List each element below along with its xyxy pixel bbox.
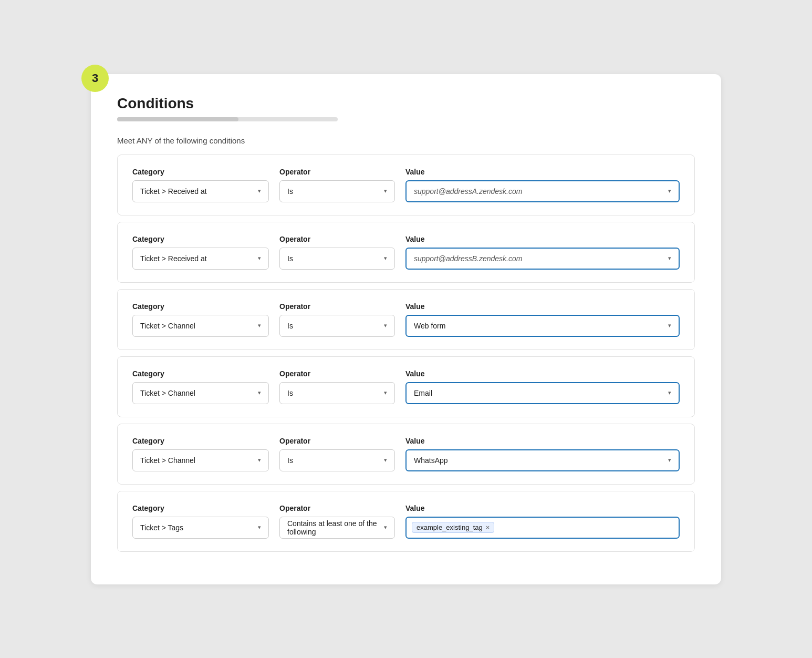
operator-select-3[interactable]: Is ▾: [279, 315, 395, 337]
field-group-value-4: Value Email ▾: [405, 369, 680, 404]
field-group-operator-1: Operator Is ▾: [279, 168, 395, 202]
tag-input-6[interactable]: example_existing_tag ×: [405, 517, 680, 539]
field-group-operator-4: Operator Is ▾: [279, 369, 395, 404]
value-label-4: Value: [405, 369, 680, 378]
tag-remove-icon[interactable]: ×: [486, 524, 490, 531]
conditions-panel: 3 Conditions Meet ANY of the following c…: [91, 74, 721, 584]
chevron-down-icon: ▾: [258, 457, 261, 464]
field-group-category-3: Category Ticket > Channel ▾: [132, 302, 269, 337]
operator-select-5[interactable]: Is ▾: [279, 449, 395, 471]
category-label-1: Category: [132, 168, 269, 176]
value-select-1[interactable]: support@addressA.zendesk.com ▾: [405, 180, 680, 202]
condition-row-3: Category Ticket > Channel ▾ Operator Is …: [117, 289, 695, 350]
field-group-category-5: Category Ticket > Channel ▾: [132, 437, 269, 471]
chevron-down-icon: ▾: [384, 188, 387, 194]
chevron-down-icon: ▾: [668, 255, 671, 262]
field-group-operator-3: Operator Is ▾: [279, 302, 395, 337]
chevron-down-icon: ▾: [668, 322, 671, 329]
step-badge: 3: [81, 65, 109, 92]
chevron-down-icon: ▾: [384, 457, 387, 464]
chevron-down-icon: ▾: [258, 524, 261, 531]
operator-label-6: Operator: [279, 504, 395, 512]
category-select-3[interactable]: Ticket > Channel ▾: [132, 315, 269, 337]
chevron-down-icon: ▾: [258, 255, 261, 262]
operator-select-4[interactable]: Is ▾: [279, 382, 395, 404]
chevron-down-icon: ▾: [258, 322, 261, 329]
progress-bar: [117, 117, 338, 121]
condition-row-2: Category Ticket > Received at ▾ Operator…: [117, 222, 695, 283]
field-group-value-2: Value support@addressB.zendesk.com ▾: [405, 235, 680, 270]
condition-row-1: Category Ticket > Received at ▾ Operator…: [117, 155, 695, 215]
field-group-category-2: Category Ticket > Received at ▾: [132, 235, 269, 270]
category-select-4[interactable]: Ticket > Channel ▾: [132, 382, 269, 404]
field-group-category-6: Category Ticket > Tags ▾: [132, 504, 269, 539]
page-title: Conditions: [117, 95, 695, 112]
field-group-value-3: Value Web form ▾: [405, 302, 680, 337]
value-select-4[interactable]: Email ▾: [405, 382, 680, 404]
field-group-value-1: Value support@addressA.zendesk.com ▾: [405, 168, 680, 202]
condition-row-4: Category Ticket > Channel ▾ Operator Is …: [117, 356, 695, 417]
category-label-3: Category: [132, 302, 269, 311]
category-select-6[interactable]: Ticket > Tags ▾: [132, 517, 269, 539]
tag-item: example_existing_tag ×: [412, 522, 494, 533]
chevron-down-icon: ▾: [384, 322, 387, 329]
chevron-down-icon: ▾: [258, 188, 261, 194]
category-label-6: Category: [132, 504, 269, 512]
value-select-5[interactable]: WhatsApp ▾: [405, 449, 680, 471]
operator-label-4: Operator: [279, 369, 395, 378]
field-group-value-5: Value WhatsApp ▾: [405, 437, 680, 471]
operator-label-2: Operator: [279, 235, 395, 243]
chevron-down-icon: ▾: [668, 188, 671, 194]
operator-label-1: Operator: [279, 168, 395, 176]
category-select-5[interactable]: Ticket > Channel ▾: [132, 449, 269, 471]
chevron-down-icon: ▾: [668, 389, 671, 396]
value-label-6: Value: [405, 504, 680, 512]
field-group-category-4: Category Ticket > Channel ▾: [132, 369, 269, 404]
category-label-5: Category: [132, 437, 269, 445]
value-label-5: Value: [405, 437, 680, 445]
field-group-operator-5: Operator Is ▾: [279, 437, 395, 471]
field-group-category-1: Category Ticket > Received at ▾: [132, 168, 269, 202]
category-select-2[interactable]: Ticket > Received at ▾: [132, 248, 269, 270]
category-label-2: Category: [132, 235, 269, 243]
value-label-1: Value: [405, 168, 680, 176]
field-group-operator-2: Operator Is ▾: [279, 235, 395, 270]
category-label-4: Category: [132, 369, 269, 378]
value-select-3[interactable]: Web form ▾: [405, 315, 680, 337]
operator-select-6[interactable]: Contains at least one of the following ▾: [279, 517, 395, 539]
operator-label-5: Operator: [279, 437, 395, 445]
value-select-2[interactable]: support@addressB.zendesk.com ▾: [405, 248, 680, 270]
value-label-2: Value: [405, 235, 680, 243]
field-group-operator-6: Operator Contains at least one of the fo…: [279, 504, 395, 539]
chevron-down-icon: ▾: [384, 255, 387, 262]
operator-label-3: Operator: [279, 302, 395, 311]
section-label: Meet ANY of the following conditions: [117, 136, 695, 145]
condition-row-6: Category Ticket > Tags ▾ Operator Contai…: [117, 491, 695, 552]
operator-select-2[interactable]: Is ▾: [279, 248, 395, 270]
category-select-1[interactable]: Ticket > Received at ▾: [132, 180, 269, 202]
field-group-value-6: Value example_existing_tag ×: [405, 504, 680, 539]
chevron-down-icon: ▾: [384, 389, 387, 396]
chevron-down-icon: ▾: [384, 524, 387, 531]
value-label-3: Value: [405, 302, 680, 311]
progress-bar-fill: [117, 117, 238, 121]
chevron-down-icon: ▾: [258, 389, 261, 396]
operator-select-1[interactable]: Is ▾: [279, 180, 395, 202]
condition-row-5: Category Ticket > Channel ▾ Operator Is …: [117, 424, 695, 485]
chevron-down-icon: ▾: [668, 457, 671, 464]
